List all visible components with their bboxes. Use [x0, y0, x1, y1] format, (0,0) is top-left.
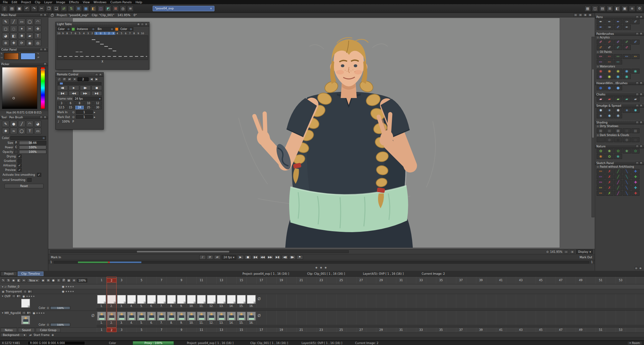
layer-opacity-slider[interactable]: 100%: [50, 306, 70, 310]
frame-number[interactable]: 43: [516, 279, 526, 282]
frame-cell[interactable]: [127, 311, 137, 321]
light-table-offset[interactable]: 1: [103, 32, 107, 35]
close-icon[interactable]: ×: [145, 23, 148, 26]
audio-icon[interactable]: ♪: [57, 77, 62, 81]
lt-color2-dropdown[interactable]: Color⊙: [119, 27, 133, 31]
brush-icon[interactable]: ■: [631, 128, 639, 133]
brush-icon[interactable]: ╱: [614, 185, 622, 190]
light-table-offset[interactable]: 5: [119, 32, 124, 35]
framerate-option[interactable]: 30: [93, 106, 102, 109]
brush-icon[interactable]: ✏: [605, 54, 613, 59]
frame-cell[interactable]: [147, 294, 156, 304]
close-icon[interactable]: ×: [639, 32, 643, 35]
collapse-icon[interactable]: −: [40, 48, 43, 51]
horizontal-scrollbar[interactable]: [50, 250, 349, 253]
color-tag-icon[interactable]: ●: [51, 278, 56, 282]
redo-icon[interactable]: ↷: [31, 5, 37, 12]
frame-number[interactable]: 3: [117, 279, 127, 282]
stop-button[interactable]: ■: [245, 255, 251, 260]
close-icon[interactable]: ×: [639, 82, 643, 84]
brush-icon[interactable]: ✐: [597, 40, 605, 44]
brush-icon[interactable]: ✏: [597, 185, 605, 190]
mark-out-toggle-icon[interactable]: ⊙: [72, 115, 75, 119]
menu-item-windows[interactable]: Windows: [92, 1, 109, 4]
picker-panel-header[interactable]: Picker ×: [0, 62, 48, 66]
fill-tool[interactable]: ◕: [2, 33, 9, 39]
rectangle-mode[interactable]: ▭: [34, 128, 42, 134]
brush-icon[interactable]: ✏: [614, 60, 622, 64]
light-table-offset[interactable]: 6: [124, 32, 128, 35]
pingpong-icon[interactable]: ⇄: [67, 77, 72, 81]
brush-icon[interactable]: ╱: [614, 169, 622, 174]
frame-number[interactable]: 25: [336, 279, 346, 282]
close-icon[interactable]: ×: [639, 162, 643, 164]
frame-number[interactable]: 29: [376, 328, 386, 331]
frame-number[interactable]: 51: [596, 279, 606, 282]
brush-icon[interactable]: ✏: [597, 54, 605, 59]
brush-icon[interactable]: ✚: [631, 169, 639, 174]
panels-icon[interactable]: ▦: [83, 5, 89, 12]
instance-icon[interactable]: ◁: [12, 294, 15, 298]
light-table-offset[interactable]: 0: [99, 32, 103, 35]
brush-icon[interactable]: ●: [631, 137, 639, 142]
text-mode[interactable]: T: [26, 128, 33, 134]
layer-opacity-slider[interactable]: 100%: [50, 323, 70, 326]
frame-number[interactable]: 35: [436, 279, 446, 282]
panel-toggle-icon[interactable]: ◧: [614, 5, 620, 12]
brush-icon[interactable]: ╲: [623, 185, 631, 190]
frame-cell[interactable]: [107, 311, 117, 321]
safe-area-icon[interactable]: ⊠: [112, 5, 119, 12]
sound-button[interactable]: Sound: [18, 328, 35, 332]
flip-horizontal-icon[interactable]: ⇄: [61, 5, 67, 12]
frame-cell[interactable]: [97, 294, 107, 304]
brush-icon[interactable]: ◉: [605, 74, 613, 79]
onion-skin-icon[interactable]: ◩: [105, 5, 111, 12]
frame-number[interactable]: 47: [556, 279, 566, 282]
frame-number[interactable]: 17: [256, 279, 266, 282]
brush-icon[interactable]: ✐: [597, 45, 605, 50]
alpha-icon[interactable]: α: [56, 278, 61, 282]
brush-group-label[interactable]: ⊙Oil Paints: [595, 50, 644, 54]
close-icon[interactable]: ⊗: [588, 13, 592, 17]
param-modifier-button[interactable]: P: [14, 141, 18, 145]
color-picker-tool[interactable]: ◉: [26, 40, 33, 46]
layers-icon[interactable]: ◧: [90, 5, 97, 12]
copy-icon[interactable]: ❐: [46, 5, 52, 12]
brush-icon[interactable]: ◉: [631, 69, 639, 74]
light-table-offset[interactable]: 10: [57, 32, 61, 35]
frame-number[interactable]: 1: [97, 328, 107, 331]
frame-number[interactable]: 47: [556, 328, 566, 331]
next-key-button[interactable]: ▶▶: [80, 91, 91, 96]
new-layer-button[interactable]: New▾: [27, 278, 40, 282]
select-rectangle-tool[interactable]: ▢: [2, 25, 9, 32]
frame-rate-dropdown[interactable]: 24 fps▾: [73, 97, 102, 101]
prev-key-button[interactable]: ◀◀: [69, 91, 80, 96]
collapse-all-icon[interactable]: ⊙: [635, 267, 638, 270]
collapse-icon[interactable]: −: [636, 145, 639, 148]
range-dropdown-icon[interactable]: ▾: [72, 77, 77, 81]
bottom-frame-ruler[interactable]: Notes Sound Color Group 1235791113151719…: [0, 328, 644, 333]
pencil-icon[interactable]: ✎: [37, 53, 39, 55]
edit-icon[interactable]: ✎: [1, 278, 5, 282]
brush-icon[interactable]: ●: [614, 137, 622, 142]
fps-dropdown[interactable]: 24 fps▾: [222, 255, 236, 260]
brush-icon[interactable]: ✚: [631, 185, 639, 190]
brush-icon[interactable]: ✐: [614, 40, 622, 44]
brush-icon[interactable]: ✐: [605, 40, 613, 44]
rectangle-tool[interactable]: ▭: [18, 18, 25, 25]
frame-number[interactable]: 5: [137, 328, 147, 331]
brush-icon[interactable]: ◉: [597, 69, 605, 74]
frame-cell[interactable]: [137, 294, 147, 304]
collapse-toggle-icon[interactable]: ⊙: [597, 125, 599, 128]
light-table-offset[interactable]: 9: [136, 32, 140, 35]
collapse-arrow-icon[interactable]: ▾: [2, 285, 3, 288]
frame-number[interactable]: 27: [356, 328, 366, 331]
frame-cell[interactable]: [186, 294, 196, 304]
collapse-icon[interactable]: −: [636, 82, 639, 84]
brush-icon[interactable]: ✏: [597, 60, 605, 64]
collapse-toggle-icon[interactable]: ⊙: [597, 134, 599, 137]
frame-number[interactable]: 7: [156, 279, 166, 282]
frame-number[interactable]: 35: [436, 328, 446, 331]
prev-frame-button[interactable]: ◀▮: [282, 255, 288, 260]
frame-number[interactable]: 45: [536, 279, 546, 282]
